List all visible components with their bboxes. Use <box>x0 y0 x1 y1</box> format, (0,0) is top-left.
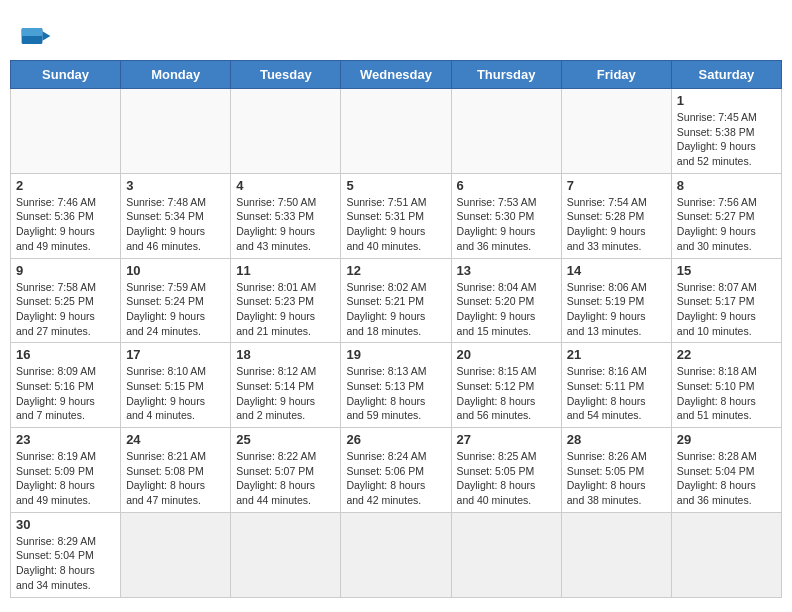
day-number: 2 <box>16 178 115 193</box>
day-info: Sunrise: 7:58 AM Sunset: 5:25 PM Dayligh… <box>16 280 115 339</box>
day-header-monday: Monday <box>121 61 231 89</box>
day-info: Sunrise: 7:48 AM Sunset: 5:34 PM Dayligh… <box>126 195 225 254</box>
calendar-cell: 18Sunrise: 8:12 AM Sunset: 5:14 PM Dayli… <box>231 343 341 428</box>
day-info: Sunrise: 8:10 AM Sunset: 5:15 PM Dayligh… <box>126 364 225 423</box>
calendar-cell: 6Sunrise: 7:53 AM Sunset: 5:30 PM Daylig… <box>451 173 561 258</box>
calendar-cell: 29Sunrise: 8:28 AM Sunset: 5:04 PM Dayli… <box>671 428 781 513</box>
day-number: 21 <box>567 347 666 362</box>
calendar-cell: 3Sunrise: 7:48 AM Sunset: 5:34 PM Daylig… <box>121 173 231 258</box>
calendar-cell: 21Sunrise: 8:16 AM Sunset: 5:11 PM Dayli… <box>561 343 671 428</box>
day-info: Sunrise: 8:09 AM Sunset: 5:16 PM Dayligh… <box>16 364 115 423</box>
day-info: Sunrise: 7:50 AM Sunset: 5:33 PM Dayligh… <box>236 195 335 254</box>
day-info: Sunrise: 8:22 AM Sunset: 5:07 PM Dayligh… <box>236 449 335 508</box>
day-number: 3 <box>126 178 225 193</box>
day-number: 18 <box>236 347 335 362</box>
calendar-cell <box>451 89 561 174</box>
calendar-cell: 17Sunrise: 8:10 AM Sunset: 5:15 PM Dayli… <box>121 343 231 428</box>
calendar-cell: 2Sunrise: 7:46 AM Sunset: 5:36 PM Daylig… <box>11 173 121 258</box>
day-number: 20 <box>457 347 556 362</box>
day-info: Sunrise: 8:24 AM Sunset: 5:06 PM Dayligh… <box>346 449 445 508</box>
day-number: 5 <box>346 178 445 193</box>
day-info: Sunrise: 8:25 AM Sunset: 5:05 PM Dayligh… <box>457 449 556 508</box>
calendar-cell <box>671 512 781 597</box>
calendar-cell <box>451 512 561 597</box>
day-number: 22 <box>677 347 776 362</box>
calendar-cell <box>341 512 451 597</box>
day-info: Sunrise: 8:21 AM Sunset: 5:08 PM Dayligh… <box>126 449 225 508</box>
day-info: Sunrise: 7:45 AM Sunset: 5:38 PM Dayligh… <box>677 110 776 169</box>
day-info: Sunrise: 8:16 AM Sunset: 5:11 PM Dayligh… <box>567 364 666 423</box>
day-number: 16 <box>16 347 115 362</box>
svg-marker-1 <box>42 31 50 41</box>
day-info: Sunrise: 8:02 AM Sunset: 5:21 PM Dayligh… <box>346 280 445 339</box>
day-number: 26 <box>346 432 445 447</box>
calendar-cell: 4Sunrise: 7:50 AM Sunset: 5:33 PM Daylig… <box>231 173 341 258</box>
calendar-cell <box>561 512 671 597</box>
day-info: Sunrise: 8:18 AM Sunset: 5:10 PM Dayligh… <box>677 364 776 423</box>
day-number: 30 <box>16 517 115 532</box>
day-number: 12 <box>346 263 445 278</box>
day-number: 4 <box>236 178 335 193</box>
day-info: Sunrise: 7:53 AM Sunset: 5:30 PM Dayligh… <box>457 195 556 254</box>
day-header-saturday: Saturday <box>671 61 781 89</box>
day-info: Sunrise: 8:04 AM Sunset: 5:20 PM Dayligh… <box>457 280 556 339</box>
calendar-cell: 19Sunrise: 8:13 AM Sunset: 5:13 PM Dayli… <box>341 343 451 428</box>
calendar-cell <box>11 89 121 174</box>
calendar-cell: 24Sunrise: 8:21 AM Sunset: 5:08 PM Dayli… <box>121 428 231 513</box>
day-header-sunday: Sunday <box>11 61 121 89</box>
calendar-cell <box>561 89 671 174</box>
day-info: Sunrise: 8:06 AM Sunset: 5:19 PM Dayligh… <box>567 280 666 339</box>
day-info: Sunrise: 8:07 AM Sunset: 5:17 PM Dayligh… <box>677 280 776 339</box>
calendar-cell: 27Sunrise: 8:25 AM Sunset: 5:05 PM Dayli… <box>451 428 561 513</box>
logo <box>20 20 56 52</box>
day-number: 15 <box>677 263 776 278</box>
calendar-cell: 9Sunrise: 7:58 AM Sunset: 5:25 PM Daylig… <box>11 258 121 343</box>
day-number: 28 <box>567 432 666 447</box>
calendar-cell: 11Sunrise: 8:01 AM Sunset: 5:23 PM Dayli… <box>231 258 341 343</box>
day-info: Sunrise: 8:29 AM Sunset: 5:04 PM Dayligh… <box>16 534 115 593</box>
day-header-wednesday: Wednesday <box>341 61 451 89</box>
day-number: 27 <box>457 432 556 447</box>
calendar-cell: 28Sunrise: 8:26 AM Sunset: 5:05 PM Dayli… <box>561 428 671 513</box>
calendar-cell: 20Sunrise: 8:15 AM Sunset: 5:12 PM Dayli… <box>451 343 561 428</box>
svg-rect-2 <box>22 28 43 36</box>
day-info: Sunrise: 8:19 AM Sunset: 5:09 PM Dayligh… <box>16 449 115 508</box>
day-number: 10 <box>126 263 225 278</box>
calendar-cell: 7Sunrise: 7:54 AM Sunset: 5:28 PM Daylig… <box>561 173 671 258</box>
calendar-cell: 22Sunrise: 8:18 AM Sunset: 5:10 PM Dayli… <box>671 343 781 428</box>
day-number: 25 <box>236 432 335 447</box>
day-number: 13 <box>457 263 556 278</box>
day-number: 7 <box>567 178 666 193</box>
day-number: 11 <box>236 263 335 278</box>
day-number: 14 <box>567 263 666 278</box>
header <box>10 10 782 60</box>
calendar-cell: 30Sunrise: 8:29 AM Sunset: 5:04 PM Dayli… <box>11 512 121 597</box>
day-number: 29 <box>677 432 776 447</box>
calendar-cell <box>231 89 341 174</box>
day-info: Sunrise: 7:59 AM Sunset: 5:24 PM Dayligh… <box>126 280 225 339</box>
calendar-cell <box>341 89 451 174</box>
day-number: 6 <box>457 178 556 193</box>
calendar-cell: 8Sunrise: 7:56 AM Sunset: 5:27 PM Daylig… <box>671 173 781 258</box>
calendar-cell: 16Sunrise: 8:09 AM Sunset: 5:16 PM Dayli… <box>11 343 121 428</box>
calendar-cell: 14Sunrise: 8:06 AM Sunset: 5:19 PM Dayli… <box>561 258 671 343</box>
calendar-cell <box>121 89 231 174</box>
calendar-cell <box>121 512 231 597</box>
day-number: 24 <box>126 432 225 447</box>
day-number: 19 <box>346 347 445 362</box>
calendar-cell: 23Sunrise: 8:19 AM Sunset: 5:09 PM Dayli… <box>11 428 121 513</box>
calendar-cell: 13Sunrise: 8:04 AM Sunset: 5:20 PM Dayli… <box>451 258 561 343</box>
calendar: SundayMondayTuesdayWednesdayThursdayFrid… <box>10 60 782 598</box>
calendar-cell: 5Sunrise: 7:51 AM Sunset: 5:31 PM Daylig… <box>341 173 451 258</box>
day-info: Sunrise: 8:13 AM Sunset: 5:13 PM Dayligh… <box>346 364 445 423</box>
day-info: Sunrise: 7:56 AM Sunset: 5:27 PM Dayligh… <box>677 195 776 254</box>
day-number: 1 <box>677 93 776 108</box>
day-info: Sunrise: 8:01 AM Sunset: 5:23 PM Dayligh… <box>236 280 335 339</box>
calendar-cell: 1Sunrise: 7:45 AM Sunset: 5:38 PM Daylig… <box>671 89 781 174</box>
calendar-cell: 12Sunrise: 8:02 AM Sunset: 5:21 PM Dayli… <box>341 258 451 343</box>
day-number: 23 <box>16 432 115 447</box>
day-info: Sunrise: 8:28 AM Sunset: 5:04 PM Dayligh… <box>677 449 776 508</box>
calendar-cell: 15Sunrise: 8:07 AM Sunset: 5:17 PM Dayli… <box>671 258 781 343</box>
day-number: 17 <box>126 347 225 362</box>
day-number: 9 <box>16 263 115 278</box>
